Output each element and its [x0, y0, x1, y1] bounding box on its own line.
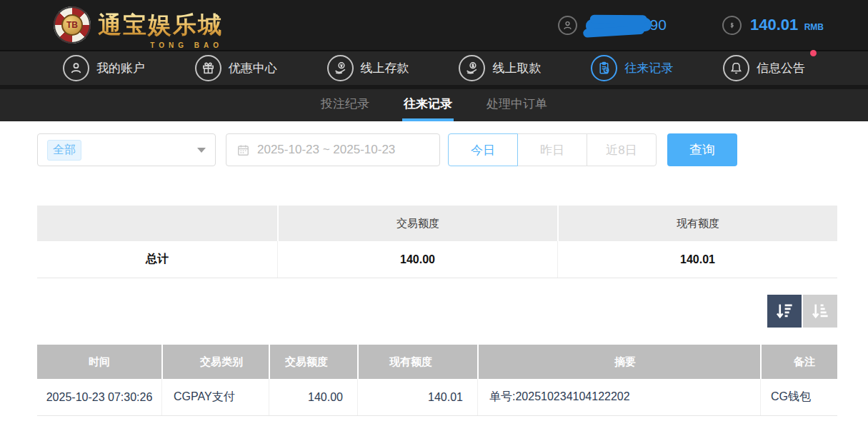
- withdraw-icon: [459, 55, 485, 81]
- summary-total-label: 总计: [37, 241, 277, 278]
- sort-controls: [37, 295, 837, 328]
- records-subnav: 投注纪录 往来记录 处理中订单: [0, 85, 868, 121]
- wallet-balance[interactable]: 140.01 RMB: [722, 16, 824, 35]
- nav-item-records[interactable]: 往来记录: [591, 55, 673, 81]
- calendar-icon: [236, 143, 250, 157]
- nav-item-withdraw[interactable]: 线上取款: [459, 55, 541, 81]
- records-header-amount: 交易额度: [269, 345, 357, 379]
- caret-down-icon: [197, 148, 206, 153]
- records-header-summary: 摘要: [477, 345, 760, 379]
- quick-last8days-button[interactable]: 近8日: [587, 133, 657, 166]
- records-table: 时间 交易类别 交易额度 现有额度 摘要 备注 2025-10-23 07:30…: [37, 345, 837, 416]
- filter-bar: 全部 2025-10-23 ~ 2025-10-23 今日 昨日 近8日 查询: [37, 133, 837, 166]
- record-summary: 单号:202510234104122202: [477, 379, 760, 415]
- chip-tb-label: TB: [61, 14, 83, 36]
- content-area: 全部 2025-10-23 ~ 2025-10-23 今日 昨日 近8日 查询 …: [0, 133, 868, 416]
- sort-descending-icon: [774, 300, 795, 322]
- sort-descending-button[interactable]: [767, 295, 802, 328]
- deposit-icon: [327, 55, 354, 81]
- poker-chip-icon: TB: [54, 6, 91, 44]
- records-header-type: 交易类别: [161, 345, 269, 379]
- summary-table: 交易额度 现有额度 总计 140.00 140.01: [37, 206, 837, 278]
- summary-current-amount: 140.01: [557, 241, 837, 278]
- sort-ascending-icon: [809, 300, 831, 322]
- user-icon: [63, 55, 89, 81]
- site-subtitle: TONG BAO: [150, 41, 223, 49]
- type-select[interactable]: 全部: [37, 133, 216, 166]
- type-select-value: 全部: [47, 140, 81, 161]
- records-icon: [591, 55, 617, 81]
- summary-total-row: 总计 140.00 140.01: [37, 241, 837, 278]
- quick-today-button[interactable]: 今日: [448, 133, 518, 166]
- quick-yesterday-button[interactable]: 昨日: [517, 133, 587, 166]
- nav-item-announcements[interactable]: 信息公告: [723, 55, 805, 81]
- tab-betting-records[interactable]: 投注纪录: [319, 89, 371, 121]
- date-range-input[interactable]: 2025-10-23 ~ 2025-10-23: [226, 133, 440, 166]
- record-time: 2025-10-23 07:30:26: [37, 379, 161, 415]
- main-nav: 我的账户 优惠中心 线上存款 线上取款: [0, 50, 868, 85]
- search-button[interactable]: 查询: [667, 133, 737, 166]
- summary-transaction-amount: 140.00: [277, 241, 557, 278]
- notification-dot: [810, 50, 817, 56]
- records-header-row: 时间 交易类别 交易额度 现有额度 摘要 备注: [37, 345, 837, 379]
- summary-header-cell: 现有额度: [557, 206, 837, 241]
- balance-amount: 140.01: [750, 16, 798, 34]
- records-header-time: 时间: [37, 345, 161, 379]
- table-row: 2025-10-23 07:30:26 CGPAY支付 140.00 140.0…: [37, 379, 837, 416]
- site-title: 通宝娱乐城: [98, 9, 223, 41]
- bell-icon: [723, 55, 749, 81]
- date-range-value: 2025-10-23 ~ 2025-10-23: [257, 143, 395, 157]
- summary-header-row: 交易额度 现有额度: [37, 206, 837, 241]
- nav-item-promotions[interactable]: 优惠中心: [195, 55, 277, 81]
- record-remark: CG钱包: [760, 379, 837, 415]
- records-header-balance: 现有额度: [357, 345, 477, 379]
- redacted-username-scribble: [586, 17, 652, 32]
- record-type: CGPAY支付: [161, 379, 269, 415]
- record-balance: 140.01: [357, 379, 477, 415]
- tab-pending-orders[interactable]: 处理中订单: [485, 89, 549, 121]
- record-amount: 140.00: [269, 379, 357, 415]
- site-logo[interactable]: TB 通宝娱乐城 TONG BAO: [54, 6, 223, 44]
- dollar-icon: [722, 16, 742, 35]
- top-header: TB 通宝娱乐城 TONG BAO 590: [0, 0, 868, 50]
- records-header-remark: 备注: [760, 345, 837, 379]
- quick-range-group: 今日 昨日 近8日: [448, 133, 657, 166]
- balance-currency: RMB: [804, 22, 824, 32]
- account-summary[interactable]: 590: [558, 14, 667, 36]
- sort-ascending-button[interactable]: [803, 295, 837, 328]
- summary-header-cell: [37, 206, 277, 241]
- nav-item-my-account[interactable]: 我的账户: [63, 55, 145, 81]
- nav-item-deposit[interactable]: 线上存款: [327, 55, 409, 81]
- gift-icon: [195, 55, 221, 81]
- user-icon: [558, 16, 577, 35]
- summary-header-cell: 交易额度: [277, 206, 557, 241]
- tab-transaction-records[interactable]: 往来记录: [402, 89, 454, 121]
